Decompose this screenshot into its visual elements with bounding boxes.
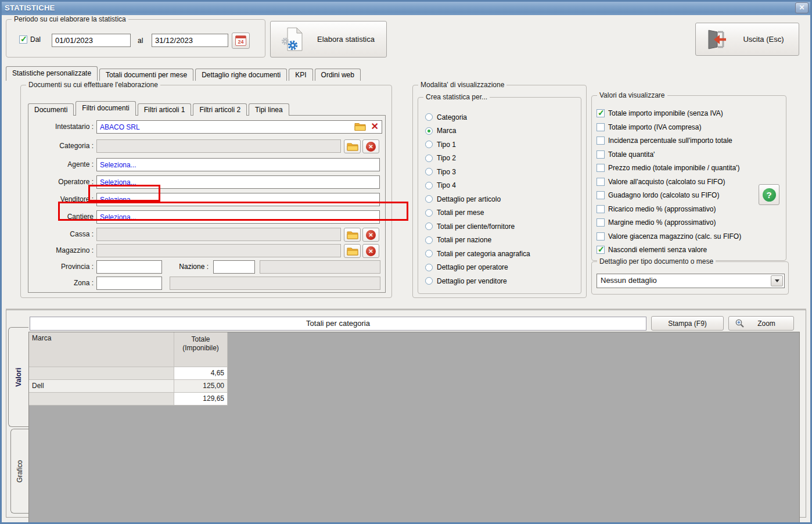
tab-tipi-linea[interactable]: Tipi linea xyxy=(249,103,289,116)
checkbox-option[interactable]: Totale quantita' xyxy=(597,149,782,160)
zoom-button[interactable]: Zoom xyxy=(728,316,794,331)
tab-valori[interactable]: Valori xyxy=(8,327,28,427)
radio-icon[interactable] xyxy=(425,277,433,285)
checkbox-icon[interactable] xyxy=(597,191,605,199)
radio-option[interactable]: Tipo 3 xyxy=(425,166,579,177)
calendar-button[interactable]: 24 xyxy=(232,33,250,49)
clear-x-icon[interactable]: ✕ xyxy=(371,121,379,132)
provincia-input[interactable] xyxy=(96,260,162,274)
cassa-browse-button[interactable] xyxy=(344,228,361,242)
date-from-input[interactable] xyxy=(52,34,131,47)
folder-icon[interactable] xyxy=(354,122,366,131)
checkbox-label: Totale importo imponibile (senza IVA) xyxy=(608,109,723,117)
agente-label: Agente : xyxy=(28,158,94,171)
radio-icon[interactable] xyxy=(425,222,433,230)
checkbox-option[interactable]: Totale importo (IVA compresa) xyxy=(597,122,782,132)
tab-statistiche-personalizzate[interactable]: Statistiche personalizzate xyxy=(6,66,98,81)
checkbox-option[interactable]: Valore all'acquisto (calcolato su FIFO) xyxy=(597,177,782,187)
radio-option[interactable]: Dettaglio per venditore xyxy=(425,275,579,286)
close-button[interactable]: ✕ xyxy=(795,2,809,13)
radio-option[interactable]: Marca xyxy=(425,125,579,137)
elabora-statistica-button[interactable]: Elabora statistica xyxy=(270,21,387,58)
checkbox-icon[interactable] xyxy=(597,150,605,159)
operatore-input[interactable] xyxy=(96,175,380,189)
checkbox-icon[interactable] xyxy=(597,205,605,213)
radio-option[interactable]: Dettaglio per operatore xyxy=(425,262,579,273)
checkbox-icon[interactable] xyxy=(597,137,605,145)
tab-ordini-web[interactable]: Ordini web xyxy=(315,69,361,81)
intestatario-input[interactable] xyxy=(96,120,382,134)
tab-kpi[interactable]: KPI xyxy=(289,69,312,81)
checkbox-label: Margine medio % (approssimativo) xyxy=(608,218,716,227)
venditore-field: Venditore : xyxy=(28,193,385,206)
radio-option[interactable]: Tipo 4 xyxy=(425,180,579,191)
radio-option[interactable]: Dettaglio per articolo xyxy=(425,193,579,204)
categoria-clear-button[interactable]: ✕ xyxy=(362,139,379,153)
dropdown-arrow-button[interactable] xyxy=(771,275,783,286)
agente-input[interactable] xyxy=(96,158,380,171)
tab-grafico[interactable]: Grafico xyxy=(10,429,28,514)
radio-option[interactable]: Categoria xyxy=(425,112,579,123)
radio-icon[interactable] xyxy=(425,264,433,271)
radio-icon[interactable] xyxy=(425,155,433,162)
checkbox-option[interactable]: Prezzo medio (totale imponibile / quanti… xyxy=(597,163,782,173)
radio-option[interactable]: Totali per mese xyxy=(425,207,579,218)
radio-icon[interactable] xyxy=(425,168,433,175)
checkbox-icon[interactable] xyxy=(597,164,605,172)
magazzino-browse-button[interactable] xyxy=(344,244,361,258)
checkbox-icon[interactable] xyxy=(597,123,605,131)
checkbox-option[interactable]: Incidenza percentuale sull'importo total… xyxy=(597,135,782,146)
checkbox-option[interactable]: Totale importo imponibile (senza IVA) xyxy=(597,108,782,119)
nazione-input[interactable] xyxy=(213,260,255,274)
tab-filtri-articoli-2[interactable]: Filtri articoli 2 xyxy=(193,103,247,116)
checkbox-option[interactable]: Valore giacenza magazzino (calc. su FIFO… xyxy=(597,231,782,242)
categoria-browse-button[interactable] xyxy=(344,139,361,153)
radio-icon[interactable] xyxy=(425,113,433,121)
tab-dettaglio-righe-documenti[interactable]: Dettaglio righe documenti xyxy=(195,69,287,81)
checkbox-icon[interactable] xyxy=(597,232,605,241)
stampa-button[interactable]: Stampa (F9) xyxy=(651,316,724,331)
table-row[interactable]: 129,65 xyxy=(29,393,228,405)
radio-icon[interactable] xyxy=(425,182,433,189)
cassa-clear-button[interactable]: ✕ xyxy=(362,228,379,242)
radio-option[interactable]: Totali per cliente/fornitore xyxy=(425,221,579,232)
dal-checkbox-icon[interactable] xyxy=(19,35,27,44)
uscita-button[interactable]: Uscita (Esc) xyxy=(695,23,799,56)
checkbox-option[interactable]: Nascondi elementi senza valore xyxy=(597,245,782,255)
question-mark-icon: ? xyxy=(763,188,776,202)
tab-filtri-documenti[interactable]: Filtri documenti xyxy=(76,101,135,116)
chevron-down-icon xyxy=(775,279,779,282)
radio-icon[interactable] xyxy=(425,195,433,203)
date-to-input[interactable] xyxy=(152,34,228,47)
checkbox-option[interactable]: Margine medio % (approssimativo) xyxy=(597,217,782,228)
checkbox-icon[interactable] xyxy=(597,246,605,254)
zona-input[interactable] xyxy=(96,277,162,290)
radio-option[interactable]: Totali per categoria anagrafica xyxy=(425,248,579,259)
magazzino-clear-button[interactable]: ✕ xyxy=(362,244,379,258)
cantiere-input[interactable] xyxy=(96,210,380,224)
dettaglio-dropdown[interactable]: Nessun dettaglio xyxy=(597,274,785,288)
radio-icon[interactable] xyxy=(425,141,433,148)
checkbox-icon[interactable] xyxy=(597,109,605,117)
radio-icon[interactable] xyxy=(425,127,433,135)
venditore-input[interactable] xyxy=(96,193,380,206)
radio-option[interactable]: Tipo 2 xyxy=(425,153,579,164)
table-row[interactable]: 4,65 xyxy=(29,367,228,380)
tab-filtri-articoli-1[interactable]: Filtri articoli 1 xyxy=(138,103,192,116)
help-button[interactable]: ? xyxy=(759,184,779,205)
checkbox-option[interactable]: Ricarico medio % (approssimativo) xyxy=(597,204,782,214)
checkbox-icon[interactable] xyxy=(597,178,605,186)
checkbox-option[interactable]: Guadagno lordo (calcolato su FIFO) xyxy=(597,190,782,200)
tab-documenti[interactable]: Documenti xyxy=(28,103,74,116)
table-row[interactable]: Dell 125,00 xyxy=(29,380,228,393)
dal-checkbox-row[interactable]: Dal xyxy=(19,35,41,44)
checkbox-icon[interactable] xyxy=(597,218,605,227)
tab-totali-documenti-per-mese[interactable]: Totali documenti per mese xyxy=(99,69,193,81)
zona-desc-input xyxy=(170,277,380,290)
radio-icon[interactable] xyxy=(425,236,433,244)
radio-icon[interactable] xyxy=(425,250,433,257)
radio-option[interactable]: Tipo 1 xyxy=(425,139,579,150)
radio-option[interactable]: Totali per nazione xyxy=(425,235,579,246)
radio-icon[interactable] xyxy=(425,209,433,217)
dettaglio-group-label: Dettaglio per tipo documento o mese xyxy=(597,257,716,265)
